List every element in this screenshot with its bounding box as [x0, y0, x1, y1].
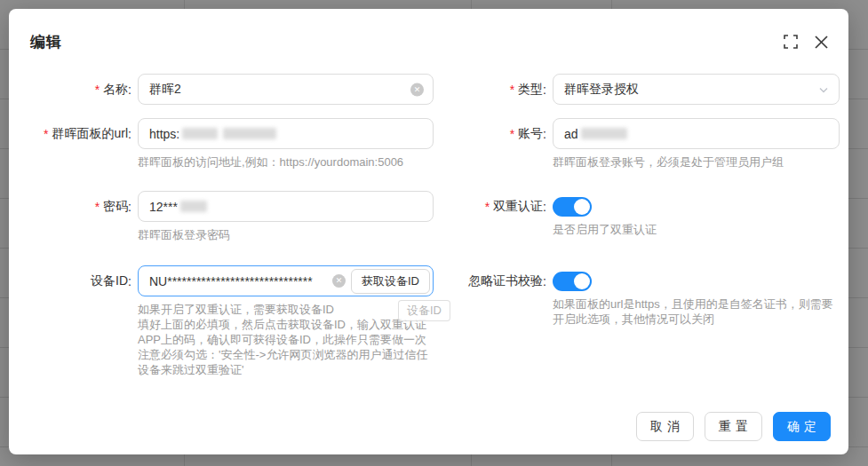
required-mark: *: [485, 201, 490, 213]
clear-icon[interactable]: ✕: [332, 274, 346, 288]
url-label: * 群晖面板的url:: [30, 118, 138, 149]
name-input[interactable]: 群晖2 ✕: [138, 74, 434, 105]
form-item-name: * 名称: 群晖2 ✕: [30, 74, 434, 105]
form-item-url: * 群晖面板的url: https: 群晖面板的访问地址,例如：https://…: [30, 118, 434, 170]
two-factor-help-text: 是否启用了双重认证: [553, 222, 840, 237]
device-id-label: 设备ID:: [30, 265, 138, 296]
required-mark: *: [95, 83, 100, 96]
get-device-id-button[interactable]: 获取设备ID: [351, 269, 430, 294]
two-factor-toggle[interactable]: [553, 197, 592, 217]
form-item-type: * 类型: 群晖登录授权: [449, 74, 840, 105]
device-id-tooltip: 设备ID: [398, 300, 450, 321]
form-item-ignore-cert: 忽略证书校验: 如果面板的url是https，且使用的是自签名证书，则需要开启此…: [449, 265, 840, 377]
confirm-button[interactable]: 确定: [773, 412, 831, 441]
form-item-password: * 密码: 12*** 群晖面板登录密码: [30, 191, 434, 242]
clear-icon[interactable]: ✕: [410, 83, 424, 96]
form-item-two-factor: * 双重认证: 是否启用了双重认证: [449, 191, 840, 242]
dialog-header: 编辑: [9, 9, 848, 52]
form-item-device-id: 设备ID: NU****************************** ✕…: [30, 265, 434, 377]
two-factor-label: * 双重认证:: [449, 191, 553, 222]
url-value: https:: [149, 127, 179, 141]
password-help-text: 群晖面板登录密码: [138, 227, 434, 242]
account-label: * 账号:: [449, 118, 553, 149]
ignore-cert-toggle[interactable]: [553, 272, 592, 291]
redacted-text: [581, 128, 627, 139]
required-mark: *: [510, 83, 514, 96]
edit-form: * 名称: 群晖2 ✕ * 类型: 群晖登录授权: [9, 74, 848, 377]
close-icon[interactable]: [813, 34, 829, 50]
device-id-value: NU******************************: [149, 274, 329, 288]
account-value: ad: [564, 127, 578, 141]
type-selected-value: 群晖登录授权: [564, 82, 639, 98]
redacted-text: [223, 128, 276, 139]
edit-dialog: 编辑 * 名称: 群晖2 ✕: [9, 9, 848, 454]
ignore-cert-help-text: 如果面板的url是https，且使用的是自签名证书，则需要开启此选项，其他情况可…: [553, 296, 840, 327]
ignore-cert-label: 忽略证书校验:: [449, 265, 553, 296]
password-value: 12***: [149, 200, 178, 214]
type-select[interactable]: 群晖登录授权: [553, 74, 840, 105]
required-mark: *: [95, 201, 100, 213]
account-help-text: 群晖面板登录账号，必须是处于管理员用户组: [553, 154, 840, 170]
required-mark: *: [510, 128, 514, 140]
password-input[interactable]: 12***: [138, 191, 434, 222]
name-label: * 名称:: [30, 74, 138, 105]
password-label: * 密码:: [30, 191, 138, 222]
chevron-down-icon: [818, 84, 829, 95]
type-label: * 类型:: [449, 74, 553, 105]
device-id-input[interactable]: NU****************************** ✕ 获取设备I…: [138, 265, 434, 296]
name-value: 群晖2: [149, 82, 181, 98]
dialog-title: 编辑: [30, 32, 827, 52]
device-id-help-text: 如果开启了双重认证，需要获取设备ID 填好上面的必填项，然后点击获取设备ID，输…: [138, 302, 434, 377]
required-mark: *: [44, 128, 48, 140]
url-input[interactable]: https:: [138, 118, 434, 149]
redacted-text: [182, 128, 218, 139]
cancel-button[interactable]: 取消: [636, 412, 694, 441]
form-item-account: * 账号: ad 群晖面板登录账号，必须是处于管理员用户组: [449, 118, 840, 170]
account-input[interactable]: ad: [553, 118, 840, 149]
url-help-text: 群晖面板的访问地址,例如：https://yourdomain:5006: [138, 154, 434, 170]
dialog-footer: 取消 重置 确定: [636, 412, 831, 441]
fullscreen-icon[interactable]: [783, 34, 799, 50]
reset-button[interactable]: 重置: [705, 412, 762, 441]
redacted-text: [180, 201, 207, 212]
